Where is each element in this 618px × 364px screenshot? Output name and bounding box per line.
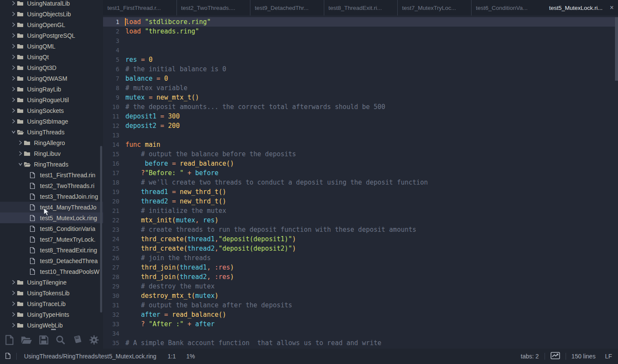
settings-icon[interactable] xyxy=(89,335,99,345)
chevron-right-icon xyxy=(10,33,17,38)
code-line-22: 22 mtx_init(mutex, res) xyxy=(103,215,618,225)
tree-item-usingqt3d[interactable]: UsingQt3D xyxy=(0,62,103,73)
tree-item-label: test10_ThreadPoolsW xyxy=(40,268,100,275)
code-line-18: 18 # we'll create two threads to conduct… xyxy=(103,178,618,187)
tree-item-test5_mutexlock.ring[interactable]: test5_MutexLock.ring xyxy=(0,212,103,223)
tree-item-test3_threadjoin.ring[interactable]: test3_ThreadJoin.ring xyxy=(0,191,103,202)
code-editor[interactable]: 1load "stdlibcore.ring"2load "threads.ri… xyxy=(103,15,618,349)
tab-label: test5_MutexLock.ri... xyxy=(549,5,603,11)
tree-item-usingopengl[interactable]: UsingOpenGL xyxy=(0,19,103,30)
tree-item-ringthreads[interactable]: RingThreads xyxy=(0,159,103,170)
tree-item-label: UsingOpenGL xyxy=(27,21,65,28)
tree-item-test9_detachedthrea[interactable]: test9_DetachedThrea xyxy=(0,255,103,266)
code-text: func main xyxy=(119,140,160,149)
code-text: before = read_balance() xyxy=(119,159,234,168)
tab[interactable]: test8_ThreadExit.ri... xyxy=(324,0,398,15)
code-text: deposit2 = 200 xyxy=(119,121,180,130)
file-icon xyxy=(30,268,37,275)
status-tabs-count: tabs: 2 xyxy=(521,353,539,360)
tree-item-usingnaturallib[interactable]: UsingNaturalLib xyxy=(0,0,103,9)
save-icon[interactable] xyxy=(39,335,49,345)
code-text: thrd_create(thread1,"deposit(deposit1)") xyxy=(119,234,296,244)
code-text: # A simple Bank account function that al… xyxy=(119,338,381,348)
chevron-right-icon xyxy=(10,301,17,306)
tab[interactable]: test6_ConditionVa... xyxy=(471,0,545,15)
tree-item-test8_threadexit.ring[interactable]: test8_ThreadExit.ring xyxy=(0,245,103,255)
tree-item-label: UsingRayLib xyxy=(27,86,61,93)
code-text: thrd_join(thread1, :res) xyxy=(119,263,234,272)
tree-item-test7_mutextrylock.[interactable]: test7_MutexTryLock. xyxy=(0,234,103,245)
code-text: # destroy the mutex xyxy=(119,282,215,291)
tree-item-usingraylib[interactable]: UsingRayLib xyxy=(0,84,103,94)
code-line-29: 29 # destroy the mutex xyxy=(103,282,618,291)
tree-item-ringallegro[interactable]: RingAllegro xyxy=(0,137,103,148)
status-left: UsingThreads/RingThreads/test5_MutexLock… xyxy=(0,352,195,361)
tree-item-test10_threadpoolsw[interactable]: test10_ThreadPoolsW xyxy=(0,266,103,277)
line-number: 2 xyxy=(103,27,119,36)
tree-item-usingsockets[interactable]: UsingSockets xyxy=(0,105,103,116)
tab[interactable]: test7_MutexTryLoc... xyxy=(397,0,471,15)
folder-icon xyxy=(17,290,24,296)
tab[interactable]: test5_MutexLock.ri...× xyxy=(545,0,618,15)
folder-icon xyxy=(17,0,24,6)
editor-scrollbar[interactable] xyxy=(615,17,618,81)
tree-item-usingqt[interactable]: UsingQt xyxy=(0,52,103,62)
code-line-8: 8# mutex variable xyxy=(103,83,618,93)
tree-item-test4_manythreadjo[interactable]: test4_ManyThreadJo xyxy=(0,202,103,212)
file-icon xyxy=(30,204,37,211)
code-line-19: 19 thread1 = new_thrd_t() xyxy=(103,187,618,197)
tree-item-label: test9_DetachedThrea xyxy=(40,258,98,264)
new-file-icon[interactable] xyxy=(5,334,14,346)
tree-item-usingtilengine[interactable]: UsingTilengine xyxy=(0,277,103,288)
tree-item-usingtokenslib[interactable]: UsingTokensLib xyxy=(0,288,103,298)
chevron-right-icon xyxy=(10,43,17,49)
tree-item-ringlibuv[interactable]: RingLibuv xyxy=(0,148,103,159)
tree-item-usingpostgresql[interactable]: UsingPostgreSQL xyxy=(0,30,103,41)
sidebar-scrollbar[interactable] xyxy=(100,146,102,312)
tree-item-usingtracelib[interactable]: UsingTraceLib xyxy=(0,298,103,309)
tab[interactable]: test9_DetachedThr... xyxy=(250,0,324,15)
tree-item-usingtypehints[interactable]: UsingTypeHints xyxy=(0,309,103,320)
tree-item-usingrogueutil[interactable]: UsingRogueUtil xyxy=(0,94,103,105)
tree-item-label: RingLibuv xyxy=(34,150,61,157)
tree-item-usingstbimage[interactable]: UsingStbImage xyxy=(0,116,103,127)
tree-item-test1_firstthread.rin[interactable]: test1_FirstThread.rin xyxy=(0,170,103,180)
tree-item-usingqtwasm[interactable]: UsingQtWASM xyxy=(0,73,103,84)
tab[interactable]: test1_FirstThread.r... xyxy=(103,0,177,15)
tree-item-label: UsingTraceLib xyxy=(27,300,66,307)
status-divider xyxy=(545,353,545,360)
file-icon xyxy=(30,172,37,179)
line-number: 30 xyxy=(103,291,119,300)
code-text: thrd_create(thread2,"deposit(deposit2)") xyxy=(119,244,296,253)
chevron-right-icon xyxy=(10,54,17,60)
tree-item-usingthreads[interactable]: UsingThreads xyxy=(0,127,103,137)
tab[interactable]: test2_TwoThreads.... xyxy=(177,0,250,15)
folder-icon xyxy=(17,97,24,103)
code-text: # initialize the mutex xyxy=(119,206,226,215)
code-line-33: 33 ? "After :" + after xyxy=(103,319,618,329)
line-number: 26 xyxy=(103,253,119,263)
sidebar-toolbar xyxy=(0,331,103,349)
tab-label: test9_DetachedThr... xyxy=(255,5,308,11)
file-tree: UsingNaturalLibUsingObjectsLibUsingOpenG… xyxy=(0,0,103,331)
chevron-right-icon xyxy=(10,76,17,81)
tab-close-icon[interactable]: × xyxy=(607,4,614,11)
code-text: res = 0 xyxy=(119,55,152,64)
open-folder-icon[interactable] xyxy=(21,335,32,345)
code-text: mtx_init(mutex, res) xyxy=(119,215,219,225)
line-number: 18 xyxy=(103,178,119,187)
search-icon[interactable] xyxy=(55,335,66,345)
file-icon xyxy=(30,215,37,221)
tree-item-label: RingThreads xyxy=(34,161,68,168)
tree-item-usingqml[interactable]: UsingQML xyxy=(0,41,103,52)
tree-item-test2_twothreads.ri[interactable]: test2_TwoThreads.ri xyxy=(0,180,103,191)
code-line-25: 25 thrd_create(thread2,"deposit(deposit2… xyxy=(103,244,618,253)
chevron-right-icon xyxy=(10,279,17,285)
folder-icon xyxy=(17,33,24,39)
tree-item-usingobjectslib[interactable]: UsingObjectsLib xyxy=(0,9,103,19)
book-icon[interactable] xyxy=(72,335,82,345)
chevron-right-icon xyxy=(10,65,17,70)
line-number: 11 xyxy=(103,112,119,121)
tree-item-test6_conditionvaria[interactable]: test6_ConditionVaria xyxy=(0,223,103,234)
code-text: load "threads.ring" xyxy=(119,27,199,36)
